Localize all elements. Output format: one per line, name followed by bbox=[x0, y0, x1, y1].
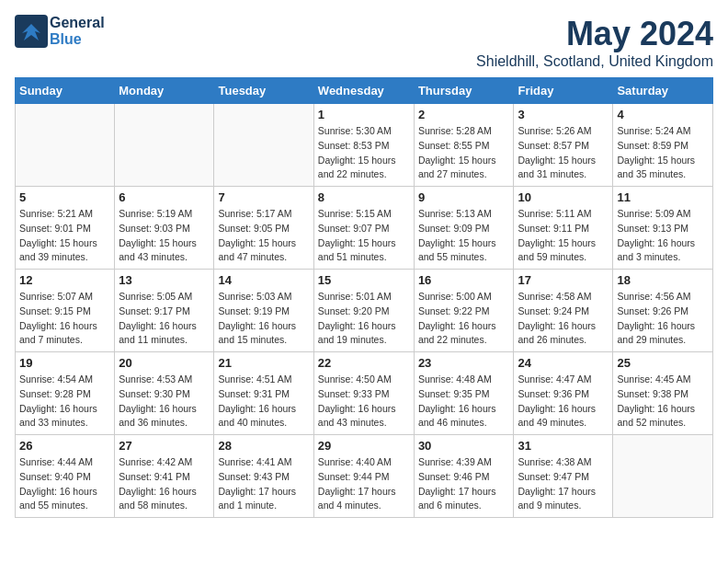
calendar-cell: 24Sunrise: 4:47 AMSunset: 9:36 PMDayligh… bbox=[514, 352, 613, 435]
calendar-cell: 7Sunrise: 5:17 AMSunset: 9:05 PMDaylight… bbox=[214, 187, 313, 270]
day-info: Sunrise: 4:38 AMSunset: 9:47 PMDaylight:… bbox=[518, 455, 609, 513]
day-number: 27 bbox=[119, 439, 210, 453]
day-number: 19 bbox=[19, 356, 110, 370]
day-info: Sunrise: 4:40 AMSunset: 9:44 PMDaylight:… bbox=[318, 455, 410, 513]
day-info: Sunrise: 4:41 AMSunset: 9:43 PMDaylight:… bbox=[218, 455, 309, 513]
location: Shieldhill, Scotland, United Kingdom bbox=[476, 53, 713, 70]
day-number: 12 bbox=[19, 273, 110, 287]
calendar-cell: 10Sunrise: 5:11 AMSunset: 9:11 PMDayligh… bbox=[514, 187, 613, 270]
day-number: 1 bbox=[318, 108, 410, 121]
calendar: SundayMondayTuesdayWednesdayThursdayFrid… bbox=[15, 77, 713, 518]
day-info: Sunrise: 4:50 AMSunset: 9:33 PMDaylight:… bbox=[318, 373, 410, 431]
col-header-tuesday: Tuesday bbox=[214, 78, 313, 104]
day-number: 20 bbox=[119, 356, 210, 370]
day-info: Sunrise: 5:05 AMSunset: 9:17 PMDaylight:… bbox=[119, 290, 210, 348]
day-number: 26 bbox=[19, 439, 110, 453]
calendar-cell: 14Sunrise: 5:03 AMSunset: 9:19 PMDayligh… bbox=[214, 270, 313, 352]
day-number: 11 bbox=[617, 190, 709, 204]
calendar-cell: 17Sunrise: 4:58 AMSunset: 9:24 PMDayligh… bbox=[514, 270, 613, 352]
day-number: 16 bbox=[418, 273, 510, 287]
day-info: Sunrise: 4:53 AMSunset: 9:30 PMDaylight:… bbox=[119, 373, 210, 431]
logo-blue-text: Blue bbox=[50, 31, 105, 48]
calendar-cell: 6Sunrise: 5:19 AMSunset: 9:03 PMDaylight… bbox=[115, 187, 214, 270]
calendar-cell: 20Sunrise: 4:53 AMSunset: 9:30 PMDayligh… bbox=[115, 352, 214, 435]
calendar-cell: 15Sunrise: 5:01 AMSunset: 9:20 PMDayligh… bbox=[313, 270, 414, 352]
logo-general-text: General bbox=[50, 15, 105, 31]
calendar-cell: 18Sunrise: 4:56 AMSunset: 9:26 PMDayligh… bbox=[613, 270, 713, 352]
day-info: Sunrise: 4:51 AMSunset: 9:31 PMDaylight:… bbox=[218, 373, 309, 431]
day-info: Sunrise: 5:15 AMSunset: 9:07 PMDaylight:… bbox=[318, 207, 410, 265]
calendar-cell bbox=[16, 104, 115, 187]
day-info: Sunrise: 5:07 AMSunset: 9:15 PMDaylight:… bbox=[19, 290, 110, 348]
day-info: Sunrise: 5:28 AMSunset: 8:55 PMDaylight:… bbox=[418, 124, 510, 182]
day-number: 7 bbox=[218, 190, 309, 204]
day-number: 29 bbox=[318, 439, 410, 453]
day-info: Sunrise: 4:48 AMSunset: 9:35 PMDaylight:… bbox=[418, 373, 510, 431]
day-number: 17 bbox=[518, 273, 609, 287]
day-number: 14 bbox=[218, 273, 309, 287]
day-info: Sunrise: 4:47 AMSunset: 9:36 PMDaylight:… bbox=[518, 373, 609, 431]
calendar-cell: 27Sunrise: 4:42 AMSunset: 9:41 PMDayligh… bbox=[115, 435, 214, 518]
month-title: May 2024 bbox=[476, 15, 713, 53]
calendar-cell: 23Sunrise: 4:48 AMSunset: 9:35 PMDayligh… bbox=[414, 352, 514, 435]
day-number: 3 bbox=[518, 108, 609, 121]
day-info: Sunrise: 4:39 AMSunset: 9:46 PMDaylight:… bbox=[418, 455, 510, 513]
day-info: Sunrise: 5:26 AMSunset: 8:57 PMDaylight:… bbox=[518, 124, 609, 182]
calendar-cell: 21Sunrise: 4:51 AMSunset: 9:31 PMDayligh… bbox=[214, 352, 313, 435]
calendar-cell: 9Sunrise: 5:13 AMSunset: 9:09 PMDaylight… bbox=[414, 187, 514, 270]
calendar-cell: 30Sunrise: 4:39 AMSunset: 9:46 PMDayligh… bbox=[414, 435, 514, 518]
day-number: 30 bbox=[418, 439, 510, 453]
day-number: 10 bbox=[518, 190, 609, 204]
calendar-cell: 26Sunrise: 4:44 AMSunset: 9:40 PMDayligh… bbox=[16, 435, 115, 518]
day-number: 13 bbox=[119, 273, 210, 287]
logo-icon bbox=[15, 15, 48, 48]
day-number: 22 bbox=[318, 356, 410, 370]
calendar-cell: 25Sunrise: 4:45 AMSunset: 9:38 PMDayligh… bbox=[613, 352, 713, 435]
day-number: 8 bbox=[318, 190, 410, 204]
calendar-cell bbox=[115, 104, 214, 187]
col-header-monday: Monday bbox=[115, 78, 214, 104]
calendar-cell: 2Sunrise: 5:28 AMSunset: 8:55 PMDaylight… bbox=[414, 104, 514, 187]
day-number: 9 bbox=[418, 190, 510, 204]
day-number: 25 bbox=[617, 356, 709, 370]
title-area: May 2024 Shieldhill, Scotland, United Ki… bbox=[476, 15, 713, 70]
day-info: Sunrise: 5:13 AMSunset: 9:09 PMDaylight:… bbox=[418, 207, 510, 265]
day-info: Sunrise: 5:09 AMSunset: 9:13 PMDaylight:… bbox=[617, 207, 709, 265]
day-number: 2 bbox=[418, 108, 510, 121]
calendar-cell: 8Sunrise: 5:15 AMSunset: 9:07 PMDaylight… bbox=[313, 187, 414, 270]
col-header-sunday: Sunday bbox=[16, 78, 115, 104]
day-number: 15 bbox=[318, 273, 410, 287]
day-info: Sunrise: 5:03 AMSunset: 9:19 PMDaylight:… bbox=[218, 290, 309, 348]
calendar-cell bbox=[214, 104, 313, 187]
col-header-friday: Friday bbox=[514, 78, 613, 104]
day-number: 31 bbox=[518, 439, 609, 453]
calendar-cell: 5Sunrise: 5:21 AMSunset: 9:01 PMDaylight… bbox=[16, 187, 115, 270]
calendar-cell: 11Sunrise: 5:09 AMSunset: 9:13 PMDayligh… bbox=[613, 187, 713, 270]
day-info: Sunrise: 5:30 AMSunset: 8:53 PMDaylight:… bbox=[318, 124, 410, 182]
day-info: Sunrise: 4:44 AMSunset: 9:40 PMDaylight:… bbox=[19, 455, 110, 513]
day-info: Sunrise: 5:19 AMSunset: 9:03 PMDaylight:… bbox=[119, 207, 210, 265]
day-number: 6 bbox=[119, 190, 210, 204]
calendar-cell: 12Sunrise: 5:07 AMSunset: 9:15 PMDayligh… bbox=[16, 270, 115, 352]
day-info: Sunrise: 5:24 AMSunset: 8:59 PMDaylight:… bbox=[617, 124, 709, 182]
calendar-cell: 4Sunrise: 5:24 AMSunset: 8:59 PMDaylight… bbox=[613, 104, 713, 187]
day-number: 23 bbox=[418, 356, 510, 370]
day-number: 24 bbox=[518, 356, 609, 370]
day-info: Sunrise: 5:01 AMSunset: 9:20 PMDaylight:… bbox=[318, 290, 410, 348]
day-info: Sunrise: 5:17 AMSunset: 9:05 PMDaylight:… bbox=[218, 207, 309, 265]
logo: General Blue bbox=[15, 15, 105, 48]
day-info: Sunrise: 4:56 AMSunset: 9:26 PMDaylight:… bbox=[617, 290, 709, 348]
day-info: Sunrise: 4:58 AMSunset: 9:24 PMDaylight:… bbox=[518, 290, 609, 348]
day-info: Sunrise: 4:42 AMSunset: 9:41 PMDaylight:… bbox=[119, 455, 210, 513]
day-number: 5 bbox=[19, 190, 110, 204]
col-header-thursday: Thursday bbox=[414, 78, 514, 104]
calendar-cell: 13Sunrise: 5:05 AMSunset: 9:17 PMDayligh… bbox=[115, 270, 214, 352]
day-info: Sunrise: 5:00 AMSunset: 9:22 PMDaylight:… bbox=[418, 290, 510, 348]
day-info: Sunrise: 5:21 AMSunset: 9:01 PMDaylight:… bbox=[19, 207, 110, 265]
col-header-saturday: Saturday bbox=[613, 78, 713, 104]
calendar-cell: 29Sunrise: 4:40 AMSunset: 9:44 PMDayligh… bbox=[313, 435, 414, 518]
calendar-cell: 31Sunrise: 4:38 AMSunset: 9:47 PMDayligh… bbox=[514, 435, 613, 518]
day-number: 21 bbox=[218, 356, 309, 370]
day-info: Sunrise: 5:11 AMSunset: 9:11 PMDaylight:… bbox=[518, 207, 609, 265]
calendar-cell: 28Sunrise: 4:41 AMSunset: 9:43 PMDayligh… bbox=[214, 435, 313, 518]
